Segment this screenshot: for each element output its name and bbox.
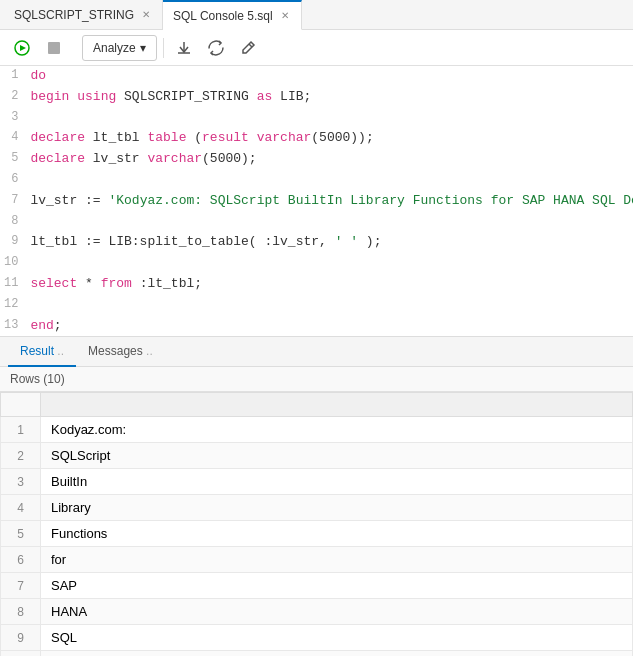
toolbar-separator (163, 38, 164, 58)
tab-sqlscript-string[interactable]: SQLSCRIPT_STRING ✕ (4, 0, 163, 30)
line-number: 4 (0, 128, 26, 149)
row-number: 4 (1, 495, 41, 521)
line-number: 2 (0, 87, 26, 108)
line-number: 10 (0, 253, 26, 274)
line-code (26, 170, 633, 191)
code-line: 6 (0, 170, 633, 191)
tab-close-icon[interactable]: ✕ (140, 8, 152, 21)
row-number: 9 (1, 625, 41, 651)
result-table: 1 Kodyaz.com: 2 SQLScript 3 BuiltIn 4 Li… (0, 392, 633, 656)
code-line: 3 (0, 108, 633, 129)
result-tab-label: Result .. (20, 344, 64, 358)
line-number: 5 (0, 149, 26, 170)
messages-tab[interactable]: Messages .. (76, 337, 165, 367)
code-table: 1 do 2 begin using SQLSCRIPT_STRING as L… (0, 66, 633, 336)
line-code (26, 108, 633, 129)
line-code: declare lv_str varchar(5000); (26, 149, 633, 170)
tab-label: SQL Console 5.sql (173, 9, 273, 23)
code-line: 10 (0, 253, 633, 274)
analyze-dropdown-icon: ▾ (140, 41, 146, 55)
line-code (26, 295, 633, 316)
table-row: 10 Developer (1, 651, 633, 656)
tab-sql-console[interactable]: SQL Console 5.sql ✕ (163, 0, 302, 30)
row-value: Functions (41, 521, 633, 547)
line-code: lv_str := 'Kodyaz.com: SQLScript BuiltIn… (26, 191, 633, 212)
svg-line-4 (249, 44, 252, 47)
code-line: 1 do (0, 66, 633, 87)
line-number: 12 (0, 295, 26, 316)
line-number: 6 (0, 170, 26, 191)
result-tab-bar: Result .. Messages .. (0, 337, 633, 367)
rows-header: Rows (10) (0, 367, 633, 392)
rows-count: Rows (10) (10, 372, 65, 386)
row-value: for (41, 547, 633, 573)
line-code: do (26, 66, 633, 87)
messages-tab-label: Messages .. (88, 344, 153, 358)
line-code (26, 253, 633, 274)
tab-bar: SQLSCRIPT_STRING ✕ SQL Console 5.sql ✕ (0, 0, 633, 30)
row-number: 8 (1, 599, 41, 625)
edit-button[interactable] (234, 34, 262, 62)
line-code: select * from :lt_tbl; (26, 274, 633, 295)
row-number: 5 (1, 521, 41, 547)
row-value: BuiltIn (41, 469, 633, 495)
row-value: SQL (41, 625, 633, 651)
row-number: 6 (1, 547, 41, 573)
table-row: 8 HANA (1, 599, 633, 625)
line-number: 7 (0, 191, 26, 212)
line-number: 1 (0, 66, 26, 87)
toolbar: Analyze ▾ (0, 30, 633, 66)
code-line: 2 begin using SQLSCRIPT_STRING as LIB; (0, 87, 633, 108)
table-row: 6 for (1, 547, 633, 573)
row-value: Kodyaz.com: (41, 417, 633, 443)
line-number: 8 (0, 212, 26, 233)
code-line: 5 declare lv_str varchar(5000); (0, 149, 633, 170)
code-line: 13 end; (0, 316, 633, 337)
row-number: 7 (1, 573, 41, 599)
result-panel: 1 Kodyaz.com: 2 SQLScript 3 BuiltIn 4 Li… (0, 392, 633, 656)
tab-label: SQLSCRIPT_STRING (14, 8, 134, 22)
line-code: lt_tbl := LIB:split_to_table( :lv_str, '… (26, 232, 633, 253)
row-number: 10 (1, 651, 41, 656)
table-row: 3 BuiltIn (1, 469, 633, 495)
table-row: 4 Library (1, 495, 633, 521)
row-value: Developer (41, 651, 633, 656)
code-editor[interactable]: 1 do 2 begin using SQLSCRIPT_STRING as L… (0, 66, 633, 337)
line-code: begin using SQLSCRIPT_STRING as LIB; (26, 87, 633, 108)
stop-button[interactable] (40, 34, 68, 62)
table-row: 7 SAP (1, 573, 633, 599)
table-row: 5 Functions (1, 521, 633, 547)
row-number: 3 (1, 469, 41, 495)
svg-marker-1 (20, 45, 26, 51)
code-line: 4 declare lt_tbl table (result varchar(5… (0, 128, 633, 149)
analyze-label: Analyze (93, 41, 136, 55)
row-value: Library (41, 495, 633, 521)
result-tab[interactable]: Result .. (8, 337, 76, 367)
row-number: 1 (1, 417, 41, 443)
table-row: 1 Kodyaz.com: (1, 417, 633, 443)
line-number: 13 (0, 316, 26, 337)
row-value: SQLScript (41, 443, 633, 469)
row-number: 2 (1, 443, 41, 469)
line-code: end; (26, 316, 633, 337)
table-row: 9 SQL (1, 625, 633, 651)
col-header-num (1, 393, 41, 417)
col-header-value (41, 393, 633, 417)
line-number: 3 (0, 108, 26, 129)
svg-rect-2 (48, 42, 60, 54)
line-code: declare lt_tbl table (result varchar(500… (26, 128, 633, 149)
run-button[interactable] (8, 34, 36, 62)
row-value: HANA (41, 599, 633, 625)
table-row: 2 SQLScript (1, 443, 633, 469)
analyze-button[interactable]: Analyze ▾ (82, 35, 157, 61)
line-number: 9 (0, 232, 26, 253)
code-line: 12 (0, 295, 633, 316)
line-number: 11 (0, 274, 26, 295)
download-button[interactable] (170, 34, 198, 62)
row-value: SAP (41, 573, 633, 599)
code-line: 8 (0, 212, 633, 233)
refresh-button[interactable] (202, 34, 230, 62)
line-code (26, 212, 633, 233)
code-line: 11 select * from :lt_tbl; (0, 274, 633, 295)
tab-close-icon[interactable]: ✕ (279, 9, 291, 22)
